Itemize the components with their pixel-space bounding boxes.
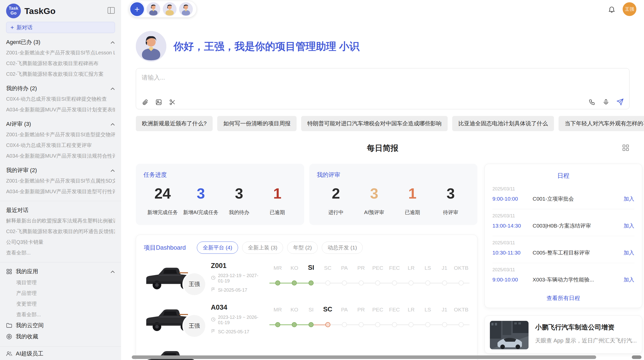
milestone-node[interactable] <box>408 280 414 286</box>
member-avatar-2[interactable] <box>163 2 177 16</box>
sidebar-section-header[interactable]: AI评审 (3) <box>6 119 115 129</box>
chevron-up-icon[interactable] <box>110 85 115 92</box>
recent-chat-item[interactable]: 公司Q3轻卡销量 <box>6 237 115 247</box>
sidebar-task-item[interactable]: C0X4-动力总成开发项目工程变更评审 <box>6 140 115 151</box>
add-member-button[interactable]: + <box>130 2 144 16</box>
view-all-schedule-link[interactable]: 查看所有日程 <box>492 290 634 306</box>
dashboard-filter-chip[interactable]: 年型 (2) <box>287 242 318 254</box>
section-title: AI评审 (3) <box>6 120 31 128</box>
milestone-node[interactable] <box>425 322 430 327</box>
sidebar-header: Task Go TaskGo <box>6 3 115 19</box>
milestone-node[interactable] <box>392 322 397 327</box>
sidebar-task-item[interactable]: C02-飞腾新能源轻客改款项目立项汇报方案 <box>6 69 115 79</box>
join-meeting-link[interactable]: 加入 <box>624 249 634 256</box>
milestone-node[interactable] <box>275 322 280 327</box>
microphone-icon[interactable] <box>603 99 609 106</box>
sidebar-item-star[interactable]: 我的收藏 <box>6 331 115 342</box>
image-upload-icon[interactable] <box>155 99 162 106</box>
dashboard-filter-chip[interactable]: 动总开发 (1) <box>322 242 363 254</box>
sidebar-task-item[interactable]: Z001-全新燃油皮卡产品开发项目SI节点Lesson Learn报告 <box>6 47 115 58</box>
new-chat-button[interactable]: + 新对话 <box>6 22 115 33</box>
recent-chat-item[interactable]: C02-飞腾新能源轻客改款项目的闭环通告反馈情况 <box>6 226 115 237</box>
scrollbar-corner[interactable] <box>632 355 641 359</box>
attachment-icon[interactable] <box>142 99 148 106</box>
suggestion-chip[interactable]: 比亚迪全固态电池计划具体说了什么 <box>452 116 554 131</box>
send-icon[interactable] <box>617 98 624 106</box>
sidebar-section-header[interactable]: 我的待办 (2) <box>6 83 115 94</box>
milestone-node[interactable] <box>359 280 364 286</box>
chat-input-placeholder: 请输入... <box>142 73 624 82</box>
milestone-node[interactable] <box>342 322 347 327</box>
app-item[interactable]: 项目管理 <box>16 277 115 288</box>
phone-icon[interactable] <box>589 99 595 106</box>
sidebar-task-item[interactable]: A034-全新新能源MUV产品开发项目法规符合性评审 <box>6 151 115 161</box>
join-meeting-link[interactable]: 加入 <box>624 195 634 202</box>
milestone-node[interactable] <box>325 322 330 327</box>
milestone-node[interactable] <box>292 322 297 327</box>
news-card[interactable]: 小鹏飞行汽车制造公司增资 天眼查 App 显示，近日广州汇天飞行汽... <box>485 316 642 354</box>
milestone-node[interactable] <box>408 322 414 327</box>
recent-view-all[interactable]: 查看全部... <box>6 247 115 258</box>
apps-view-all[interactable]: 查看全部... <box>6 309 115 320</box>
milestone-node[interactable] <box>392 280 397 286</box>
left-column: 任务进度24新增完成任务3新增AI完成任务3我的待办1已逾期我的评审2进行中3A… <box>136 164 477 360</box>
milestone-node[interactable] <box>375 280 380 286</box>
sidebar-link-label: 我的云空间 <box>16 322 44 329</box>
suggestion-chip[interactable]: 欧洲新规最近颁布了什么? <box>136 116 213 131</box>
recent-chat-item[interactable]: 解释最新出台的欧盟报废车法规再生塑料比例被调至15%... <box>6 215 115 226</box>
chevron-up-icon[interactable] <box>110 167 115 174</box>
project-code[interactable]: Z001 <box>211 262 265 270</box>
scissors-icon[interactable] <box>169 99 176 106</box>
suggestion-chip[interactable]: 当下年轻人对汽车外观有怎样的喜好趋势 <box>559 116 644 131</box>
chat-input[interactable]: 请输入... <box>136 68 630 109</box>
collapse-panel-icon[interactable] <box>107 7 115 15</box>
sidebar-task-item[interactable]: Z001-全新燃油轻卡产品开发项目SI造型提交物评审 <box>6 129 115 140</box>
sidebar-task-item[interactable]: C0X4-动力总成开发项目SI里程碑提交物检查 <box>6 94 115 104</box>
user-avatar[interactable]: 王强 <box>623 2 636 16</box>
project-owner-badge[interactable]: 王强 <box>183 315 205 337</box>
app-item[interactable]: 产品管理 <box>16 288 115 298</box>
join-meeting-link[interactable]: 加入 <box>624 222 634 229</box>
sidebar-task-item[interactable]: A034-全新新能源MUV产品开发项目计划变更表编写 <box>6 104 115 115</box>
sidebar-item-my-apps[interactable]: 我的应用 <box>6 266 115 277</box>
member-avatar-3[interactable] <box>179 2 193 16</box>
milestone-node[interactable] <box>359 322 364 327</box>
sidebar-item-folder[interactable]: 我的云空间 <box>6 320 115 331</box>
suggestion-chip[interactable]: 特朗普可能对进口汽车增税会对中国车企造成哪些影响 <box>301 116 448 131</box>
project-code[interactable]: A034 <box>211 304 265 311</box>
sidebar-section-header[interactable]: Agent已办 (3) <box>6 37 115 47</box>
project-owner-badge[interactable]: 王强 <box>183 273 205 295</box>
dashboard-filter-chip[interactable]: 全新上装 (3) <box>242 242 283 254</box>
member-avatar-1[interactable] <box>147 2 160 16</box>
sidebar-section-header[interactable]: 我的评审 (2) <box>6 165 115 175</box>
chevron-up-icon[interactable] <box>110 121 115 127</box>
milestone-node[interactable] <box>442 280 447 286</box>
milestone-label: SI <box>309 307 314 313</box>
sidebar-task-item[interactable]: Z001-全新燃油轻卡产品开发项目SI节点属性5D文件评审 <box>6 175 115 186</box>
entry-row: 9:00-10:00C001-立项审批会加入 <box>492 195 634 202</box>
milestone-node[interactable] <box>292 280 297 286</box>
milestone-node[interactable] <box>459 280 464 286</box>
milestone-node[interactable] <box>342 280 347 286</box>
layout-grid-icon[interactable] <box>622 144 630 153</box>
milestone-node[interactable] <box>425 280 430 286</box>
sidebar-task-item[interactable]: C02-飞腾新能源轻客改款项目里程碑画布 <box>6 58 115 69</box>
content-row: 任务进度24新增完成任务3新增AI完成任务3我的待办1已逾期我的评审2进行中3A… <box>136 164 630 360</box>
notifications-bell-icon[interactable] <box>608 5 616 13</box>
sidebar-task-item[interactable]: A034-全新新能源MUV产品开发项目造型可行性评审 <box>6 186 115 197</box>
dashboard-filter-chip[interactable]: 全新平台 (4) <box>197 242 238 254</box>
sidebar-tool-item[interactable]: AI超级员工 <box>6 348 115 359</box>
milestone-node[interactable] <box>309 322 314 327</box>
milestone-node[interactable] <box>375 322 380 327</box>
milestone-node[interactable] <box>275 280 280 286</box>
milestone-node[interactable] <box>442 322 447 327</box>
chevron-up-icon[interactable] <box>110 39 115 46</box>
milestone-node[interactable] <box>325 280 330 286</box>
chevron-up-icon[interactable] <box>110 268 115 275</box>
suggestion-chip[interactable]: 如何写一份清晰的项目周报 <box>217 116 297 131</box>
join-meeting-link[interactable]: 加入 <box>624 276 634 283</box>
milestone-node[interactable] <box>309 280 314 286</box>
app-item[interactable]: 变更管理 <box>16 298 115 309</box>
milestone-node[interactable] <box>459 322 464 327</box>
horizontal-scrollbar[interactable] <box>132 355 596 359</box>
